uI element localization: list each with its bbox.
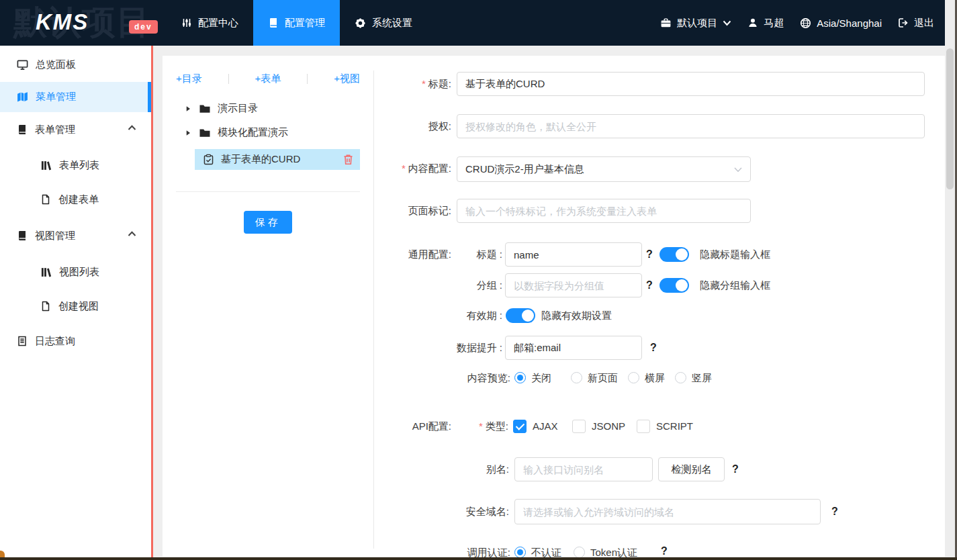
validity-label: 有效期 : <box>454 306 502 325</box>
radio-token-auth[interactable] <box>574 547 585 558</box>
checkbox-script[interactable] <box>637 420 650 433</box>
add-directory-link[interactable]: +目录 <box>176 73 202 85</box>
sidebar-item-create-form[interactable]: 创建表单 <box>0 186 151 213</box>
tree-node-label: 演示目录 <box>218 102 258 115</box>
alias-input[interactable] <box>514 457 653 481</box>
hide-validity-toggle-label: 隐藏有效期设置 <box>541 308 612 323</box>
tree-node-label: 基于表单的CURD <box>221 153 300 166</box>
help-icon[interactable]: ? <box>646 279 653 291</box>
hide-title-toggle-label: 隐藏标题输入框 <box>700 247 770 262</box>
radio-label[interactable]: 新页面 <box>588 371 618 385</box>
trash-icon[interactable] <box>343 154 353 165</box>
save-button[interactable]: 保存 <box>244 211 292 234</box>
group-input[interactable] <box>505 273 642 297</box>
dev-badge: dev <box>129 20 158 34</box>
chevron-up-icon[interactable] <box>128 125 136 131</box>
sidebar-item-view-list[interactable]: 视图列表 <box>0 259 151 285</box>
help-icon[interactable]: ? <box>732 463 739 475</box>
folder-icon <box>199 103 211 114</box>
checkbox-ajax[interactable] <box>513 420 527 433</box>
sidebar-item-log-query[interactable]: 日志查询 <box>0 328 151 355</box>
sidebar-item-label: 表单列表 <box>59 159 99 172</box>
sidebar-item-label: 视图列表 <box>59 266 99 279</box>
select-value: CRUD演示2-用户基本信息 <box>465 163 584 175</box>
radio-label[interactable]: 横屏 <box>645 371 665 385</box>
help-icon[interactable]: ? <box>831 506 838 518</box>
tree-node-modular-demo[interactable]: 模块化配置演示 <box>184 126 288 139</box>
sidebar-item-form-management[interactable]: 表单管理 <box>0 116 151 143</box>
data-promote-label: 数据提升 : <box>441 336 502 360</box>
title-label: *标题: <box>373 72 451 96</box>
library-icon <box>40 160 52 171</box>
data-promote-input[interactable] <box>505 336 642 360</box>
domain-input[interactable] <box>514 499 821 524</box>
group-label: 分组 : <box>454 273 502 297</box>
required-asterisk: * <box>479 420 483 432</box>
hide-title-toggle[interactable] <box>659 247 689 262</box>
tree-node-demo-directory[interactable]: 演示目录 <box>184 102 258 115</box>
caret-right-icon[interactable] <box>184 105 192 113</box>
radio-preview-portrait[interactable] <box>675 372 686 383</box>
check-alias-button[interactable]: 检测别名 <box>658 457 725 481</box>
left-sidebar: 总览面板 菜单管理 表单管理 表单列表 创建表单 视图管理 视图列表 创建视图 … <box>0 46 151 558</box>
sidebar-item-view-management[interactable]: 视图管理 <box>0 222 151 249</box>
title-input[interactable] <box>457 72 925 96</box>
checkbox-label[interactable]: SCRIPT <box>656 419 693 434</box>
checkbox-label[interactable]: JSONP <box>592 419 625 434</box>
hide-group-toggle[interactable] <box>659 278 689 293</box>
sidebar-item-overview[interactable]: 总览面板 <box>0 51 151 78</box>
clipboard-check-icon <box>203 154 214 165</box>
general-title-input[interactable] <box>505 242 642 267</box>
tree-node-form-curd[interactable]: 基于表单的CURD <box>195 149 360 170</box>
domain-label: 安全域名: <box>454 499 509 524</box>
help-icon[interactable]: ? <box>661 545 668 557</box>
sidebar-item-label: 总览面板 <box>36 58 76 71</box>
sidebar-item-label: 日志查询 <box>35 335 75 348</box>
help-icon[interactable]: ? <box>646 248 653 261</box>
gear-icon <box>355 17 366 29</box>
radio-preview-close[interactable] <box>514 372 526 383</box>
radio-no-auth[interactable] <box>514 547 526 558</box>
checkbox-label[interactable]: AJAX <box>533 419 558 434</box>
hide-validity-toggle[interactable] <box>506 308 535 323</box>
help-icon[interactable]: ? <box>650 342 657 354</box>
required-asterisk: * <box>422 78 426 89</box>
hide-group-toggle-label: 隐藏分组输入框 <box>700 278 770 293</box>
sidebar-item-menu-management[interactable]: 菜单管理 <box>0 82 151 112</box>
content-config-select[interactable]: CRUD演示2-用户基本信息 <box>457 156 751 182</box>
tab-config-management[interactable]: 配置管理 <box>253 0 340 46</box>
sliders-icon <box>181 17 192 28</box>
folder-icon <box>199 128 211 138</box>
general-config-label: 通用配置: <box>373 242 451 267</box>
monitor-icon <box>17 59 28 71</box>
sidebar-item-form-list[interactable]: 表单列表 <box>0 152 151 179</box>
tree-node-label: 模块化配置演示 <box>218 126 288 139</box>
tab-config-center[interactable]: 配置中心 <box>167 0 253 46</box>
sidebar-item-create-view[interactable]: 创建视图 <box>0 293 151 320</box>
config-form: *标题: 授权: *内容配置: CRUD演示2-用户基本信息 页面标记: 通用配… <box>373 0 945 560</box>
sidebar-item-label: 创建视图 <box>58 300 99 313</box>
radio-preview-new-page[interactable] <box>571 372 582 383</box>
sidebar-item-label: 创建表单 <box>58 193 99 206</box>
sidebar-divider <box>151 46 153 558</box>
page-mark-input[interactable] <box>457 199 751 223</box>
library-icon <box>40 267 52 278</box>
add-form-link[interactable]: +表单 <box>255 73 281 85</box>
tab-label: 配置管理 <box>285 17 325 30</box>
book-icon <box>17 230 28 241</box>
content-preview-label: 内容预览: <box>446 371 510 385</box>
bottom-window-edge <box>0 557 957 560</box>
chevron-up-icon[interactable] <box>128 231 136 237</box>
add-view-link[interactable]: +视图 <box>334 73 360 85</box>
required-asterisk: * <box>402 162 406 174</box>
radio-preview-landscape[interactable] <box>628 372 639 383</box>
caret-right-icon[interactable] <box>184 129 192 137</box>
log-file-icon <box>17 336 28 346</box>
alias-label: 别名: <box>454 457 509 481</box>
scrollbar-thumb[interactable] <box>946 48 954 189</box>
radio-label[interactable]: 竖屏 <box>692 371 712 385</box>
book-icon <box>17 124 28 135</box>
checkbox-jsonp[interactable] <box>572 420 586 433</box>
radio-label[interactable]: 关闭 <box>531 371 551 385</box>
auth-input[interactable] <box>457 114 925 138</box>
